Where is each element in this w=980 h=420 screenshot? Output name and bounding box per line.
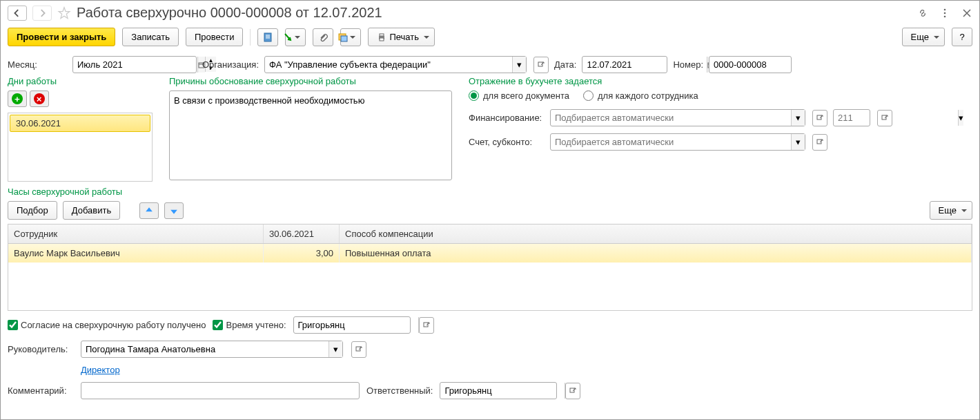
- time-by-input[interactable]: ▾: [293, 316, 411, 334]
- month-field[interactable]: [73, 57, 197, 73]
- table-row[interactable]: Ваулис Марк Васильевич 3,00 Повышенная о…: [8, 244, 972, 262]
- cell-compensation[interactable]: Повышенная оплата: [340, 244, 972, 262]
- close-icon[interactable]: [961, 8, 972, 19]
- consent-checkbox[interactable]: Согласие на сверхурочную работу получено: [8, 320, 206, 330]
- month-label: Месяц:: [8, 59, 67, 70]
- col-date[interactable]: 30.06.2021: [264, 225, 340, 243]
- org-input[interactable]: ▾: [264, 56, 527, 73]
- org-open-icon[interactable]: [533, 57, 549, 73]
- more-button[interactable]: Еще: [902, 28, 945, 46]
- financing-label: Финансирование:: [469, 113, 545, 123]
- number-label: Номер:: [673, 59, 703, 70]
- forward-button[interactable]: [32, 6, 52, 21]
- hours-table: Сотрудник 30.06.2021 Способ компенсации …: [8, 224, 972, 311]
- responsible-input[interactable]: ▾: [440, 382, 557, 399]
- org-field[interactable]: [265, 57, 512, 73]
- link-icon[interactable]: [917, 8, 928, 19]
- reflect-radio-each[interactable]: для каждого сотрудника: [583, 90, 698, 101]
- comment-input[interactable]: [81, 382, 360, 399]
- manager-field[interactable]: [81, 341, 329, 357]
- time-open-icon[interactable]: [419, 317, 434, 334]
- pick-button[interactable]: Подбор: [8, 201, 57, 220]
- number-field[interactable]: [709, 57, 834, 73]
- move-up-button[interactable]: [139, 202, 159, 219]
- manager-label: Руководитель:: [8, 344, 74, 354]
- account-open-icon[interactable]: [812, 134, 827, 151]
- add-row-button[interactable]: Добавить: [63, 201, 120, 220]
- account-label: Счет, субконто:: [469, 137, 545, 147]
- account211-field[interactable]: [834, 110, 958, 126]
- remove-date-button[interactable]: ×: [30, 90, 49, 107]
- reason-textarea[interactable]: В связи с производственной необходимость…: [169, 90, 452, 180]
- toolbar-divider: [250, 29, 251, 46]
- manager-input[interactable]: ▾: [81, 341, 343, 358]
- post-and-close-button[interactable]: Провести и закрыть: [8, 28, 115, 46]
- financing-open-icon[interactable]: [812, 110, 827, 126]
- manager-dd-icon[interactable]: ▾: [329, 341, 342, 357]
- document-icon-button[interactable]: [257, 28, 278, 46]
- hours-section-title: Часы сверхурочной работы: [8, 187, 972, 197]
- number-input[interactable]: [709, 56, 792, 73]
- svg-point-1: [944, 12, 946, 14]
- account-field[interactable]: [551, 134, 791, 150]
- favorite-star-icon[interactable]: [57, 6, 71, 20]
- col-compensation[interactable]: Способ компенсации: [340, 225, 972, 243]
- date-list[interactable]: 30.06.2021: [8, 113, 153, 182]
- date-input[interactable]: [582, 56, 667, 73]
- account-input[interactable]: ▾: [550, 133, 805, 151]
- plus-icon: +: [12, 93, 23, 104]
- help-button[interactable]: ?: [952, 28, 972, 46]
- responsible-label: Ответственный:: [366, 385, 433, 396]
- org-label: Организация:: [202, 59, 259, 70]
- financing-field[interactable]: [551, 110, 791, 126]
- svg-rect-11: [380, 38, 384, 41]
- org-dropdown-icon[interactable]: ▾: [512, 57, 526, 73]
- kebab-menu-icon[interactable]: [939, 8, 950, 19]
- save-button[interactable]: Записать: [122, 28, 179, 46]
- add-date-button[interactable]: +: [8, 90, 27, 107]
- comment-label: Комментарий:: [8, 385, 74, 396]
- related-icon-button[interactable]: [340, 28, 361, 46]
- svg-rect-8: [341, 36, 347, 41]
- comment-field[interactable]: [81, 383, 359, 399]
- svg-rect-10: [380, 34, 384, 36]
- financing-input[interactable]: ▾: [550, 109, 805, 126]
- account211-dd-icon[interactable]: ▾: [958, 110, 963, 126]
- reflect-radio-all[interactable]: для всего документа: [469, 90, 569, 101]
- print-button[interactable]: Печать: [368, 28, 435, 46]
- back-button[interactable]: [8, 6, 27, 21]
- date-item[interactable]: 30.06.2021: [10, 115, 150, 132]
- svg-point-0: [944, 8, 946, 10]
- svg-point-2: [944, 15, 946, 17]
- manager-role-link[interactable]: Директор: [8, 365, 120, 375]
- svg-rect-3: [264, 33, 271, 41]
- time-checkbox[interactable]: Время учтено:: [213, 320, 286, 330]
- resp-open-icon[interactable]: [565, 383, 580, 399]
- time-by-field[interactable]: [294, 317, 418, 333]
- month-input[interactable]: ▲▼: [72, 56, 197, 73]
- attach-icon-button[interactable]: [313, 28, 333, 46]
- post-button[interactable]: Провести: [186, 28, 244, 46]
- manager-open-icon[interactable]: [351, 341, 366, 358]
- cell-employee[interactable]: Ваулис Марк Васильевич: [8, 244, 264, 262]
- date-label: Дата:: [554, 59, 576, 70]
- table-more-button[interactable]: Еще: [930, 201, 972, 220]
- account-dd-icon[interactable]: ▾: [791, 134, 805, 150]
- days-section-title: Дни работы: [8, 76, 153, 86]
- account211-open-icon[interactable]: [877, 110, 892, 126]
- page-title: Работа сверхурочно 0000-000008 от 12.07.…: [77, 5, 912, 21]
- reflect-section-title: Отражение в бухучете задается: [469, 76, 972, 86]
- reason-section-title: Причины обоснование сверхурочной работы: [169, 76, 452, 86]
- move-down-button[interactable]: [164, 202, 184, 219]
- col-employee[interactable]: Сотрудник: [8, 225, 264, 243]
- cell-hours[interactable]: 3,00: [264, 244, 340, 262]
- account211-input[interactable]: ▾: [833, 109, 870, 126]
- create-based-on-button[interactable]: [285, 28, 306, 46]
- x-icon: ×: [34, 93, 45, 104]
- responsible-field[interactable]: [440, 383, 565, 399]
- financing-dd-icon[interactable]: ▾: [791, 110, 805, 126]
